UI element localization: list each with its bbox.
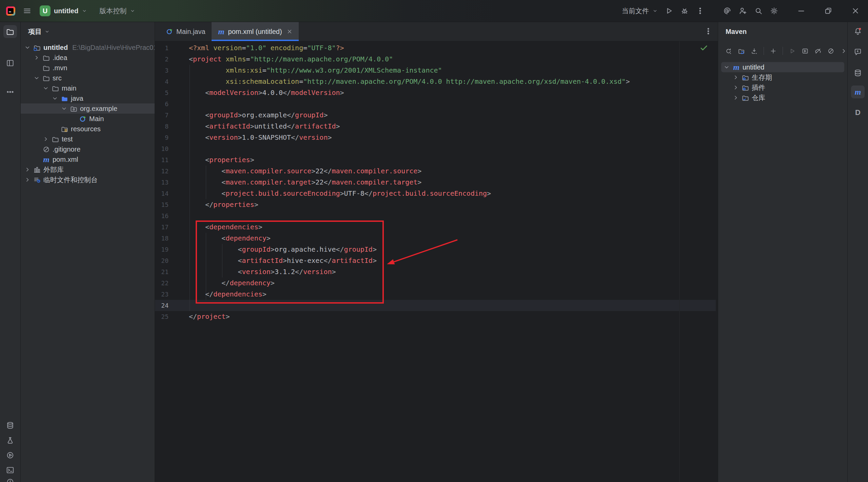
- maven-item-插件[interactable]: 插件: [730, 82, 844, 93]
- chevron-down-icon[interactable]: [33, 75, 40, 81]
- chevron-down-icon[interactable]: [42, 85, 49, 92]
- tool-strip-item-dependencies[interactable]: D: [851, 106, 865, 119]
- chevron-right-icon[interactable]: [24, 166, 31, 173]
- tab-main-java[interactable]: Main.java: [160, 22, 212, 41]
- add-maven-project-button[interactable]: [770, 47, 777, 55]
- run-button[interactable]: [665, 6, 673, 15]
- tool-strip-item-terminal[interactable]: [3, 464, 17, 477]
- main-menu-icon[interactable]: [23, 6, 32, 15]
- maven-m-icon: m: [732, 63, 740, 71]
- chevron-right-icon[interactable]: [42, 136, 49, 142]
- tree-item-pom-xml[interactable]: mpom.xml: [21, 154, 155, 165]
- tree-item-org-example[interactable]: org.example: [21, 103, 155, 114]
- skip-tests-button[interactable]: [827, 47, 834, 55]
- maven-item-仓库[interactable]: 仓库: [730, 93, 844, 103]
- tool-strip-item-project[interactable]: [3, 25, 17, 38]
- code-token: >: [267, 234, 271, 242]
- tree-item-main[interactable]: Main: [21, 114, 155, 124]
- chevron-right-icon[interactable]: [732, 74, 739, 81]
- tree-item-untitled[interactable]: untitledE:\BigData\Hive\HivePrac01\: [21, 42, 155, 53]
- tool-strip-item-structure[interactable]: [3, 57, 17, 70]
- sync-all-button[interactable]: [725, 47, 732, 55]
- code-token: org.apache.hive: [275, 245, 336, 253]
- chevron-right-icon[interactable]: [33, 54, 40, 61]
- tool-strip-item-tests[interactable]: [3, 434, 17, 447]
- tool-strip-item-database[interactable]: [851, 66, 865, 79]
- tab-pom-xml-untitled[interactable]: mpom.xml (untitled): [212, 22, 299, 41]
- ai-assistant-icon[interactable]: [723, 6, 732, 15]
- code-token: >: [225, 312, 230, 321]
- line-number: 5: [155, 87, 188, 98]
- code-token: </: [323, 167, 332, 175]
- code-token: </: [323, 256, 332, 265]
- maven-item-生存期[interactable]: 生存期: [730, 72, 844, 82]
- tree-item-java[interactable]: java: [21, 93, 155, 103]
- tool-strip-item-database[interactable]: [3, 419, 17, 432]
- chevron-right-icon[interactable]: [24, 176, 31, 183]
- project-panel-header[interactable]: 项目: [21, 22, 155, 41]
- code-line: <modelVersion>4.0.0</modelVersion>: [189, 87, 344, 98]
- chevron-down-icon[interactable]: [61, 105, 67, 112]
- minimize-button[interactable]: [797, 6, 806, 15]
- tree-item-test[interactable]: test: [21, 134, 155, 144]
- tab-close-icon[interactable]: [287, 28, 293, 35]
- chevron-spacer: [70, 115, 77, 122]
- run-configuration-widget[interactable]: 当前文件: [622, 6, 658, 16]
- more-actions-icon[interactable]: [696, 6, 705, 15]
- code-token: </: [287, 111, 295, 119]
- reload-projects-button[interactable]: [738, 47, 745, 55]
- tree-item-gitignore[interactable]: .gitignore: [21, 144, 155, 154]
- chevron-down-icon[interactable]: [52, 95, 58, 102]
- tree-item-临时文件和控制台[interactable]: 临时文件和控制台: [21, 175, 155, 185]
- toggle-offline-button[interactable]: [814, 47, 822, 55]
- dependencies-icon: D: [853, 108, 862, 117]
- tool-strip-item-notifications[interactable]: [851, 25, 865, 38]
- restore-button[interactable]: [824, 6, 833, 15]
- maven-item-untitled[interactable]: muntitled: [721, 62, 844, 72]
- chevron-right-icon[interactable]: [732, 94, 739, 101]
- right-tool-strip: mD: [847, 22, 868, 482]
- chevron-down-icon: [82, 8, 87, 14]
- tool-strip-item-ai-assistant[interactable]: [851, 45, 865, 58]
- chevron-spacer: [33, 64, 40, 71]
- tool-strip-item-more-tool-windows[interactable]: [3, 85, 17, 98]
- maven-panel-header[interactable]: Maven: [718, 22, 847, 41]
- code-token: groupId: [344, 245, 373, 253]
- code-line: <project.build.sourceEncoding>UTF-8</pro…: [189, 188, 491, 199]
- tree-item-resources[interactable]: resources: [21, 124, 155, 134]
- run-button[interactable]: [789, 47, 796, 55]
- tree-item-main[interactable]: main: [21, 83, 155, 93]
- search-everywhere-icon[interactable]: [754, 6, 763, 15]
- more-icon[interactable]: [840, 47, 847, 55]
- line-number: 16: [155, 210, 188, 221]
- line-number: 10: [155, 143, 188, 154]
- close-button[interactable]: [851, 6, 860, 15]
- tab-options-icon[interactable]: [704, 27, 713, 36]
- settings-icon[interactable]: [770, 6, 778, 15]
- code-with-me-icon[interactable]: [738, 6, 747, 15]
- code-token: =: [262, 66, 267, 74]
- vcs-widget[interactable]: 版本控制: [99, 6, 135, 16]
- tool-strip-item-maven[interactable]: m: [851, 85, 865, 98]
- execute-goal-button[interactable]: [802, 47, 809, 55]
- project-widget[interactable]: U untitled: [40, 5, 87, 16]
- debug-button[interactable]: [680, 6, 689, 15]
- code-token: >: [336, 122, 340, 130]
- download-sources-button[interactable]: [751, 47, 758, 55]
- tool-strip-item-problems[interactable]: [3, 476, 17, 482]
- chevron-down-icon[interactable]: [723, 64, 730, 71]
- tree-item-src[interactable]: src: [21, 73, 155, 83]
- code-token: <: [205, 223, 209, 231]
- inspections-ok-icon[interactable]: [699, 43, 709, 53]
- tool-strip-item-services[interactable]: [3, 449, 17, 462]
- tree-item-mvn[interactable]: .mvn: [21, 63, 155, 73]
- tree-item-idea[interactable]: .idea: [21, 53, 155, 63]
- chevron-spacer: [33, 146, 40, 153]
- chevron-down-icon[interactable]: [24, 44, 31, 51]
- code-line: <version>1.0-SNAPSHOT</version>: [189, 132, 332, 143]
- tree-item-外部库[interactable]: 外部库: [21, 165, 155, 175]
- tree-item-label: .mvn: [53, 64, 67, 72]
- code-token: </: [283, 89, 291, 97]
- toolbar-separator: [783, 47, 783, 55]
- chevron-right-icon[interactable]: [732, 84, 739, 91]
